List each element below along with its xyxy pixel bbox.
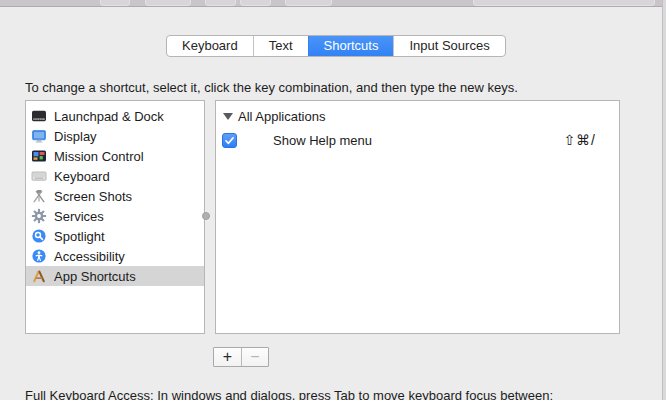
sidebar-item-label: Accessibility bbox=[54, 249, 125, 264]
shortcut-row-label: Show Help menu bbox=[273, 133, 372, 148]
tab-shortcuts[interactable]: Shortcuts bbox=[308, 36, 394, 56]
sidebar-item-label: App Shortcuts bbox=[54, 269, 136, 284]
display-icon bbox=[31, 128, 47, 144]
shortcut-key-combo[interactable]: ⇧⌘/ bbox=[563, 132, 596, 148]
disclosure-triangle-icon[interactable] bbox=[223, 113, 233, 120]
sidebar-item-label: Keyboard bbox=[54, 169, 110, 184]
sidebar-item-screen-shots[interactable]: Screen Shots bbox=[26, 186, 204, 206]
cropped-toolbar-button bbox=[145, 0, 191, 6]
full-keyboard-access-text: Full Keyboard Access: In windows and dia… bbox=[25, 388, 553, 400]
sidebar-item-keyboard[interactable]: Keyboard bbox=[26, 166, 204, 186]
shortcut-row-show-help-menu[interactable]: Show Help menu ⇧⌘/ bbox=[216, 129, 619, 151]
sidebar-item-label: Display bbox=[54, 129, 97, 144]
sidebar-item-app-shortcuts[interactable]: App Shortcuts bbox=[26, 266, 204, 286]
spotlight-icon bbox=[31, 228, 47, 244]
tab-input-sources[interactable]: Input Sources bbox=[393, 36, 504, 56]
cropped-toolbar-field bbox=[473, 0, 655, 6]
pane-splitter-dot bbox=[202, 212, 210, 220]
sidebar-item-label: Mission Control bbox=[54, 149, 144, 164]
sidebar-item-mission-control[interactable]: Mission Control bbox=[26, 146, 204, 166]
screen-shots-icon bbox=[31, 188, 47, 204]
cropped-toolbar-button bbox=[240, 0, 271, 6]
group-label: All Applications bbox=[238, 109, 325, 124]
sidebar-item-display[interactable]: Display bbox=[26, 126, 204, 146]
tab-text[interactable]: Text bbox=[253, 36, 308, 56]
show-help-menu-checkbox[interactable] bbox=[222, 133, 237, 148]
mission-control-icon bbox=[31, 148, 47, 164]
checkmark-icon bbox=[223, 134, 236, 147]
keyboard-icon bbox=[31, 168, 47, 184]
shortcut-categories-list: Launchpad & Dock Display Mission Control… bbox=[25, 100, 205, 334]
accessibility-icon bbox=[31, 248, 47, 264]
sidebar-item-label: Launchpad & Dock bbox=[54, 109, 164, 124]
remove-shortcut-button[interactable]: − bbox=[241, 348, 268, 366]
sidebar-item-accessibility[interactable]: Accessibility bbox=[26, 246, 204, 266]
app-shortcuts-icon bbox=[31, 268, 47, 284]
cropped-toolbar-button bbox=[100, 0, 130, 6]
launchpad-dock-icon bbox=[31, 108, 47, 124]
sidebar-item-launchpad-dock[interactable]: Launchpad & Dock bbox=[26, 106, 204, 126]
sidebar-item-services[interactable]: Services bbox=[26, 206, 204, 226]
window-right-edge bbox=[662, 0, 666, 400]
cropped-toolbar-strip bbox=[0, 0, 666, 7]
tab-keyboard[interactable]: Keyboard bbox=[167, 36, 253, 56]
instruction-text: To change a shortcut, select it, click t… bbox=[25, 80, 518, 95]
add-shortcut-button[interactable]: + bbox=[214, 348, 241, 366]
services-gear-icon bbox=[31, 208, 47, 224]
cropped-toolbar-button bbox=[205, 0, 236, 6]
sidebar-item-spotlight[interactable]: Spotlight bbox=[26, 226, 204, 246]
add-remove-control: + − bbox=[213, 347, 269, 367]
sidebar-item-label: Screen Shots bbox=[54, 189, 132, 204]
cropped-toolbar-button bbox=[285, 0, 332, 6]
shortcuts-detail-panel: All Applications Show Help menu ⇧⌘/ bbox=[215, 100, 620, 334]
sidebar-item-label: Services bbox=[54, 209, 104, 224]
sidebar-item-label: Spotlight bbox=[54, 229, 105, 244]
preferences-tab-bar: Keyboard Text Shortcuts Input Sources bbox=[166, 35, 506, 57]
group-row-all-applications[interactable]: All Applications bbox=[216, 106, 619, 126]
